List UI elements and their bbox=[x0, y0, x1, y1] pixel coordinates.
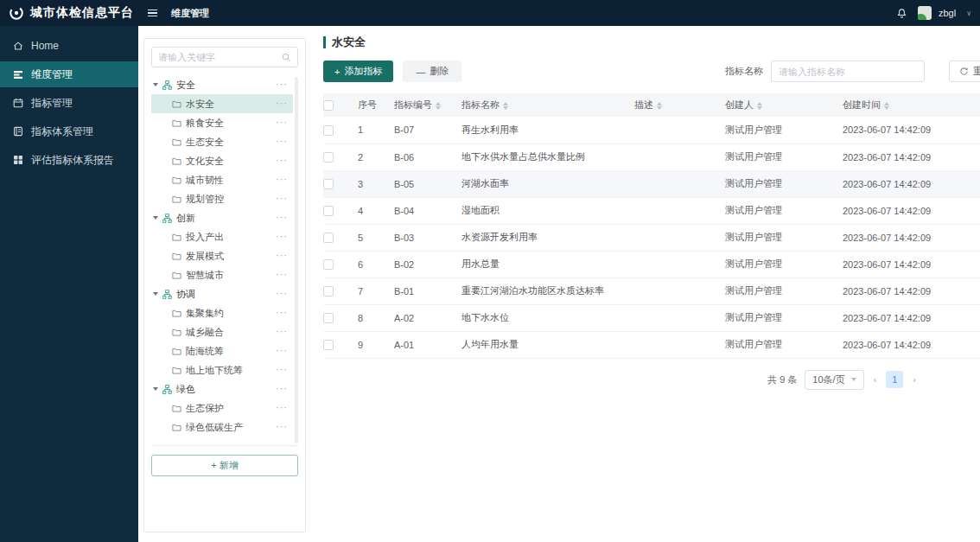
sidebar-item-indicator[interactable]: 指标管理 bbox=[0, 90, 138, 116]
table-row[interactable]: 2 B-06 地下水供水量占总供水量比例 测试用户管理 2023-06-07 1… bbox=[323, 143, 980, 170]
prev-page-button[interactable]: ‹ bbox=[872, 374, 879, 385]
tree-node-label: 城乡融合 bbox=[186, 326, 224, 339]
sort-icon[interactable] bbox=[657, 102, 662, 110]
table-row[interactable]: 3 B-05 河湖水面率 测试用户管理 2023-06-07 14:42:09 bbox=[323, 170, 980, 197]
delete-button[interactable]: —删除 bbox=[403, 61, 461, 82]
table-row[interactable]: 5 B-03 水资源开发利用率 测试用户管理 2023-06-07 14:42:… bbox=[323, 224, 980, 251]
table-row[interactable]: 4 B-04 湿地面积 测试用户管理 2023-06-07 14:42:09 bbox=[323, 197, 980, 224]
more-options-icon[interactable]: ··· bbox=[276, 288, 288, 298]
tree-node[interactable]: 水安全··· bbox=[151, 94, 293, 113]
table-row[interactable]: 6 B-02 用水总量 测试用户管理 2023-06-07 14:42:09 bbox=[323, 251, 980, 277]
tree-node[interactable]: 生态安全··· bbox=[151, 132, 293, 151]
org-icon bbox=[162, 214, 172, 223]
column-header[interactable]: 指标编号 bbox=[394, 93, 461, 117]
more-options-icon[interactable]: ··· bbox=[276, 250, 288, 260]
breadcrumb: 维度管理 bbox=[171, 7, 209, 20]
row-checkbox[interactable] bbox=[323, 286, 334, 297]
more-options-icon[interactable]: ··· bbox=[276, 174, 288, 184]
tree-node[interactable]: 绿色低碳生产··· bbox=[151, 418, 293, 437]
more-options-icon[interactable]: ··· bbox=[276, 307, 288, 317]
more-options-icon[interactable]: ··· bbox=[276, 345, 288, 355]
sidebar-item-home[interactable]: Home bbox=[0, 33, 138, 59]
add-indicator-button[interactable]: +添加指标 bbox=[323, 61, 393, 82]
tree-node[interactable]: 城市韧性··· bbox=[151, 170, 293, 189]
sidebar-item-indicator-system[interactable]: 指标体系管理 bbox=[0, 118, 138, 144]
menu-collapse-icon[interactable] bbox=[148, 10, 157, 17]
more-options-icon[interactable]: ··· bbox=[276, 383, 288, 393]
column-header[interactable]: 创建人 bbox=[725, 93, 843, 117]
row-checkbox[interactable] bbox=[323, 206, 334, 216]
row-checkbox[interactable] bbox=[323, 259, 334, 270]
tree-node[interactable]: 粮食安全··· bbox=[151, 113, 293, 132]
more-options-icon[interactable]: ··· bbox=[276, 364, 288, 374]
tree-node[interactable]: 发展模式··· bbox=[151, 246, 293, 265]
more-options-icon[interactable]: ··· bbox=[276, 212, 288, 222]
tree-node[interactable]: 智慧城市··· bbox=[151, 265, 293, 284]
row-checkbox[interactable] bbox=[323, 152, 334, 163]
sort-icon[interactable] bbox=[884, 102, 889, 110]
row-checkbox[interactable] bbox=[323, 313, 334, 323]
tree-node[interactable]: 集聚集约··· bbox=[151, 303, 293, 322]
tree-group[interactable]: 绿色··· bbox=[151, 379, 293, 399]
expand-caret-icon[interactable] bbox=[153, 83, 158, 86]
user-menu-caret-icon[interactable]: ∨ bbox=[966, 10, 971, 17]
more-options-icon[interactable]: ··· bbox=[276, 136, 288, 146]
more-options-icon[interactable]: ··· bbox=[276, 193, 288, 203]
more-options-icon[interactable]: ··· bbox=[276, 231, 288, 241]
sidebar-item-label: 维度管理 bbox=[31, 67, 73, 82]
more-options-icon[interactable]: ··· bbox=[276, 421, 288, 431]
more-options-icon[interactable]: ··· bbox=[276, 79, 288, 89]
sort-icon[interactable] bbox=[503, 102, 508, 110]
column-header[interactable]: 描述 bbox=[634, 93, 725, 117]
tree-group[interactable]: 创新··· bbox=[151, 208, 293, 227]
row-checkbox[interactable] bbox=[323, 179, 334, 189]
column-header[interactable]: 创建时间 bbox=[843, 93, 980, 117]
add-dimension-button[interactable]: + 新增 bbox=[151, 455, 298, 476]
column-header[interactable]: 指标名称 bbox=[461, 93, 634, 117]
sidebar-item-report[interactable]: 评估指标体系报告 bbox=[0, 147, 138, 173]
tree-node[interactable]: 陆海统筹··· bbox=[151, 341, 293, 360]
row-checkbox[interactable] bbox=[323, 340, 334, 350]
tree-node[interactable]: 地上地下统筹··· bbox=[151, 360, 293, 379]
expand-caret-icon[interactable] bbox=[153, 292, 158, 296]
table-row[interactable]: 1 B-07 再生水利用率 测试用户管理 2023-06-07 14:42:09 bbox=[323, 117, 980, 143]
next-page-button[interactable]: › bbox=[911, 374, 918, 385]
row-checkbox[interactable] bbox=[323, 125, 334, 136]
notification-bell-icon[interactable] bbox=[896, 8, 907, 19]
indicator-name-input[interactable] bbox=[771, 61, 925, 82]
table-row[interactable]: 9 A-01 人均年用水量 测试用户管理 2023-06-07 14:42:09 bbox=[323, 331, 980, 358]
more-options-icon[interactable]: ··· bbox=[276, 326, 288, 336]
sort-icon[interactable] bbox=[757, 102, 762, 110]
tree-node[interactable]: 投入产出··· bbox=[151, 227, 293, 246]
tree-node[interactable]: 生态保护··· bbox=[151, 399, 293, 418]
tree-group[interactable]: 安全··· bbox=[151, 75, 293, 94]
page-number-1[interactable]: 1 bbox=[886, 371, 903, 388]
tree-scrollbar[interactable] bbox=[295, 77, 298, 443]
tree-search-input[interactable] bbox=[158, 52, 282, 62]
tree-node-label: 生态保护 bbox=[186, 402, 224, 415]
sidebar-item-dimension[interactable]: 维度管理 bbox=[0, 61, 138, 87]
more-options-icon[interactable]: ··· bbox=[276, 155, 288, 165]
tree-node[interactable]: 城乡融合··· bbox=[151, 322, 293, 341]
expand-caret-icon[interactable] bbox=[153, 387, 158, 391]
expand-caret-icon[interactable] bbox=[153, 216, 158, 220]
table-row[interactable]: 7 B-01 重要江河湖泊水功能区水质达标率 测试用户管理 2023-06-07… bbox=[323, 277, 980, 304]
tree-node[interactable]: 规划管控··· bbox=[151, 189, 293, 208]
table-row[interactable]: 8 A-02 地下水水位 测试用户管理 2023-06-07 14:42:09 bbox=[323, 304, 980, 331]
tree-group[interactable]: 协调··· bbox=[151, 284, 293, 303]
more-options-icon[interactable]: ··· bbox=[276, 269, 288, 279]
row-checkbox[interactable] bbox=[323, 233, 334, 243]
select-all-checkbox[interactable] bbox=[323, 100, 334, 111]
tree-node-label: 粮食安全 bbox=[186, 117, 224, 130]
tree-node[interactable]: 文化安全··· bbox=[151, 151, 293, 170]
sort-icon[interactable] bbox=[436, 102, 441, 110]
username[interactable]: zbgl bbox=[939, 8, 956, 18]
select-all-header bbox=[323, 93, 358, 117]
page-size-select[interactable]: 10条/页 bbox=[805, 370, 863, 390]
more-options-icon[interactable]: ··· bbox=[276, 98, 288, 108]
more-options-icon[interactable]: ··· bbox=[276, 117, 288, 127]
user-avatar[interactable] bbox=[918, 6, 932, 20]
more-options-icon[interactable]: ··· bbox=[276, 402, 288, 412]
folder-icon bbox=[172, 233, 181, 242]
reset-button[interactable]: 重置 bbox=[949, 61, 980, 82]
